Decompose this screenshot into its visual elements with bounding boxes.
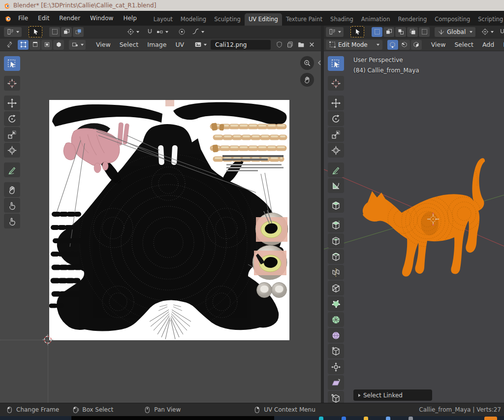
blender-app-menu-icon[interactable] xyxy=(4,15,11,22)
uv-active-tool-button[interactable] xyxy=(29,26,42,37)
uv-select-mode-new-button[interactable] xyxy=(49,27,60,37)
mesh-selectmode-vertex-button[interactable] xyxy=(387,40,398,50)
windows-taskbar[interactable] xyxy=(0,416,504,420)
vp-scale-tool[interactable] xyxy=(328,127,344,142)
vp-select-mode-subtract-button[interactable] xyxy=(395,27,406,37)
uv-active-tool-dropdown[interactable] xyxy=(4,27,22,37)
vp-snapping-toggle[interactable] xyxy=(497,27,504,37)
taskbar-icon-gray[interactable] xyxy=(409,417,413,420)
workspace-tab-rendering[interactable]: Rendering xyxy=(394,13,431,26)
uv-pinch-tool[interactable] xyxy=(4,214,20,228)
vp-shrink-fatten-tool[interactable] xyxy=(328,359,344,374)
vp-bevel-tool[interactable] xyxy=(328,249,344,264)
open-image-button[interactable] xyxy=(295,40,306,50)
workspace-tab-layout[interactable]: Layout xyxy=(150,13,177,26)
vp-active-tool-dropdown[interactable] xyxy=(326,27,344,37)
vp-annotate-tool[interactable] xyxy=(328,162,344,177)
menu-edit[interactable]: Edit xyxy=(33,11,54,26)
uv-menu-view[interactable]: View xyxy=(92,41,115,48)
uv-2d-cursor[interactable] xyxy=(42,334,54,346)
new-image-button[interactable] xyxy=(284,40,295,50)
mesh-selectmode-face-button[interactable] xyxy=(411,40,422,50)
pan-button[interactable] xyxy=(300,73,314,87)
vp-rip-region-tool[interactable] xyxy=(328,391,344,403)
workspace-tab-sculpting[interactable]: Sculpting xyxy=(210,13,245,26)
uv-rotate-tool[interactable] xyxy=(4,111,20,126)
vp-select-mode-invert-button[interactable] xyxy=(407,27,418,37)
uv-snapping-toggle[interactable] xyxy=(144,27,155,37)
unlink-image-button[interactable] xyxy=(306,40,317,50)
vp-poly-build-tool[interactable] xyxy=(328,296,344,311)
mesh-selectmode-edge-button[interactable] xyxy=(399,40,410,50)
workspace-tab-uv-editing[interactable]: UV Editing xyxy=(245,13,282,26)
workspace-tab-scripting[interactable]: Scripting xyxy=(474,13,504,26)
taskbar-icon-lightblue[interactable] xyxy=(386,417,390,420)
workspace-tab-texture-paint[interactable]: Texture Paint xyxy=(282,13,326,26)
uv-proportional-editing-toggle[interactable] xyxy=(176,27,187,37)
workspace-tab-modeling[interactable]: Modeling xyxy=(177,13,210,26)
uv-pivot-dropdown[interactable] xyxy=(126,27,140,37)
uv-move-tool[interactable] xyxy=(4,96,20,110)
vp-extrude-region-tool[interactable] xyxy=(328,218,344,232)
viewport-3d-area[interactable]: User Perspective (84) Callie_from_Maya S… xyxy=(324,51,504,403)
uv-annotate-tool[interactable] xyxy=(4,162,20,177)
vp-knife-tool[interactable] xyxy=(328,281,344,295)
taskbar-window-strip[interactable] xyxy=(71,416,274,420)
collapse-arrow-icon[interactable] xyxy=(316,59,321,66)
taskbar-icon-blue[interactable] xyxy=(342,417,346,420)
workspace-tab-shading[interactable]: Shading xyxy=(326,13,357,26)
vp-menu-add[interactable]: Add xyxy=(478,41,499,48)
uv-sync-selection-toggle[interactable] xyxy=(4,40,15,50)
uv-menu-image[interactable]: Image xyxy=(143,41,171,48)
image-browse-dropdown[interactable] xyxy=(193,40,208,50)
vp-menu-mesh[interactable]: Mesh xyxy=(499,41,504,48)
uv-editor-area[interactable] xyxy=(0,51,321,403)
transform-orientation-dropdown[interactable]: Global xyxy=(435,27,475,37)
vp-rotate-tool[interactable] xyxy=(328,111,344,126)
vp-active-tool-button[interactable] xyxy=(350,26,364,37)
taskbar-icon-yellow[interactable] xyxy=(364,417,368,420)
uv-selectmode-vertex-button[interactable] xyxy=(18,40,29,50)
menu-window[interactable]: Window xyxy=(85,11,118,26)
zoom-button[interactable] xyxy=(300,56,314,70)
uv-select-mode-extend-button[interactable] xyxy=(61,27,72,37)
uv-falloff-dropdown[interactable] xyxy=(191,27,205,37)
uv-sticky-selection-dropdown[interactable] xyxy=(69,40,86,50)
vp-select-mode-new-button[interactable] xyxy=(372,27,382,37)
vp-loop-cut-tool[interactable] xyxy=(328,265,344,280)
workspace-tab-animation[interactable]: Animation xyxy=(357,13,394,26)
vp-cursor-3d-tool[interactable] xyxy=(328,76,344,91)
uv-selectmode-island-button[interactable] xyxy=(53,40,64,50)
vp-select-mode-extend-button[interactable] xyxy=(383,27,394,37)
uv-grab-tool[interactable] xyxy=(4,182,20,197)
taskbar-icon-teal[interactable] xyxy=(319,417,323,420)
vp-edge-slide-tool[interactable] xyxy=(328,344,344,358)
uv-selectmode-edge-button[interactable] xyxy=(30,40,40,50)
uv-scale-tool[interactable] xyxy=(4,127,20,142)
vp-pivot-dropdown[interactable] xyxy=(480,27,495,37)
vp-inset-faces-tool[interactable] xyxy=(328,233,344,248)
uv-cursor-2d-tool[interactable] xyxy=(4,76,20,91)
uv-menu-select[interactable]: Select xyxy=(115,41,143,48)
vp-select-mode-intersect-button[interactable] xyxy=(419,27,430,37)
menu-render[interactable]: Render xyxy=(54,11,85,26)
menu-help[interactable]: Help xyxy=(118,11,141,26)
vp-measure-tool[interactable] xyxy=(328,178,344,193)
uv-selectmode-face-button[interactable] xyxy=(41,40,52,50)
vp-spin-tool[interactable] xyxy=(328,312,344,327)
uv-menu-uv[interactable]: UV xyxy=(171,41,189,48)
vp-transform-tool[interactable] xyxy=(328,143,344,158)
fake-user-shield-button[interactable] xyxy=(274,40,284,50)
vp-select-box-tool[interactable] xyxy=(328,56,344,71)
uv-tweak-select-box-tool[interactable] xyxy=(4,56,20,71)
workspace-tab-compositing[interactable]: Compositing xyxy=(431,13,474,26)
operator-panel[interactable]: Select Linked xyxy=(353,389,432,401)
image-name-field[interactable]: Cali12.png xyxy=(211,40,271,50)
vp-smooth-tool[interactable] xyxy=(328,328,344,343)
uv-snapping-dropdown[interactable] xyxy=(155,27,169,37)
vp-shear-tool[interactable] xyxy=(328,375,344,390)
uv-select-mode-subtract-button[interactable] xyxy=(73,27,84,37)
vp-add-cube-tool[interactable] xyxy=(328,198,344,213)
menu-file[interactable]: File xyxy=(13,11,33,26)
uv-relax-tool[interactable] xyxy=(4,198,20,213)
